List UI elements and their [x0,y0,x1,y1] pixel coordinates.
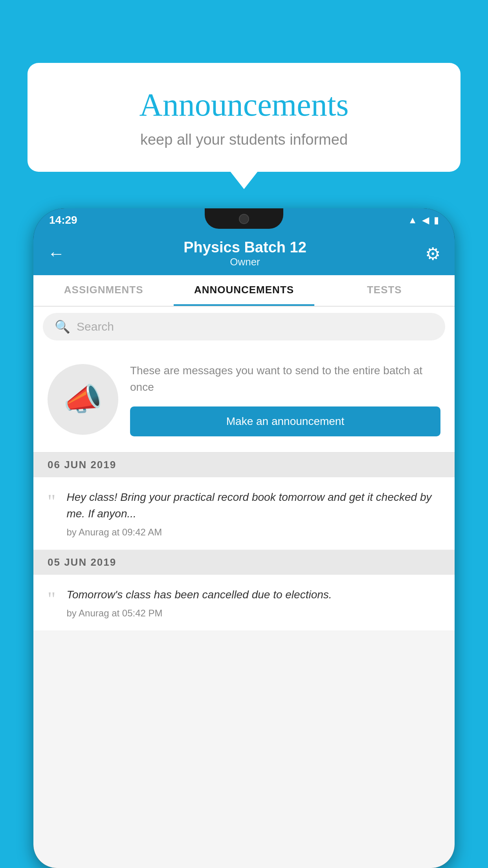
tab-announcements[interactable]: ANNOUNCEMENTS [174,275,314,306]
phone-camera [239,214,249,224]
speech-bubble-subtitle: keep all your students informed [51,131,437,148]
back-button[interactable]: ← [48,244,65,263]
speech-bubble-container: Announcements keep all your students inf… [28,63,460,172]
megaphone-icon: 📣 [63,381,103,418]
battery-icon: ▮ [434,215,439,226]
announcement-item-2[interactable]: " Tomorrow's class has been cancelled du… [33,575,455,631]
date-separator-2: 05 JUN 2019 [33,550,455,575]
quote-icon-1: " [48,491,55,538]
announcement-content-2: Tomorrow's class has been cancelled due … [66,587,440,619]
tab-assignments[interactable]: ASSIGNMENTS [33,275,174,306]
search-container: 🔍 Search [33,307,455,347]
search-bar[interactable]: 🔍 Search [43,313,445,340]
date-separator-1: 06 JUN 2019 [33,452,455,477]
settings-icon[interactable]: ⚙ [425,244,440,264]
announcement-item-1[interactable]: " Hey class! Bring your practical record… [33,477,455,550]
speech-bubble-title: Announcements [51,86,437,123]
app-bar-title-container: Physics Batch 12 Owner [65,239,425,268]
announcement-meta-2: by Anurag at 05:42 PM [66,608,440,619]
quote-icon-2: " [48,589,55,619]
app-bar-subtitle: Owner [65,256,425,268]
tab-tests[interactable]: TESTS [314,275,455,306]
announcement-text-2: Tomorrow's class has been cancelled due … [66,587,440,603]
phone-content: 🔍 Search 📣 These are messages you want t… [33,307,455,868]
promo-description: These are messages you want to send to t… [130,362,440,395]
wifi-icon: ▲ [408,215,417,226]
make-announcement-button[interactable]: Make an announcement [130,406,440,436]
search-placeholder: Search [77,320,114,333]
tabs-container: ASSIGNMENTS ANNOUNCEMENTS TESTS [33,275,455,307]
status-icons: ▲ ◀ ▮ [408,215,439,226]
phone-frame: 14:29 ▲ ◀ ▮ ← Physics Batch 12 Owner ⚙ A… [33,208,455,868]
promo-card: 📣 These are messages you want to send to… [33,347,455,452]
app-bar-title: Physics Batch 12 [65,239,425,256]
announcement-text-1: Hey class! Bring your practical record b… [66,489,440,522]
announcement-meta-1: by Anurag at 09:42 AM [66,527,440,538]
search-icon: 🔍 [55,319,70,334]
phone-notch [205,208,283,229]
announcement-content-1: Hey class! Bring your practical record b… [66,489,440,538]
signal-icon: ◀ [422,215,429,226]
app-bar: ← Physics Batch 12 Owner ⚙ [33,232,455,275]
promo-content: These are messages you want to send to t… [130,362,440,436]
status-time: 14:29 [49,214,77,226]
speech-bubble: Announcements keep all your students inf… [28,63,460,172]
promo-icon-circle: 📣 [48,364,118,435]
